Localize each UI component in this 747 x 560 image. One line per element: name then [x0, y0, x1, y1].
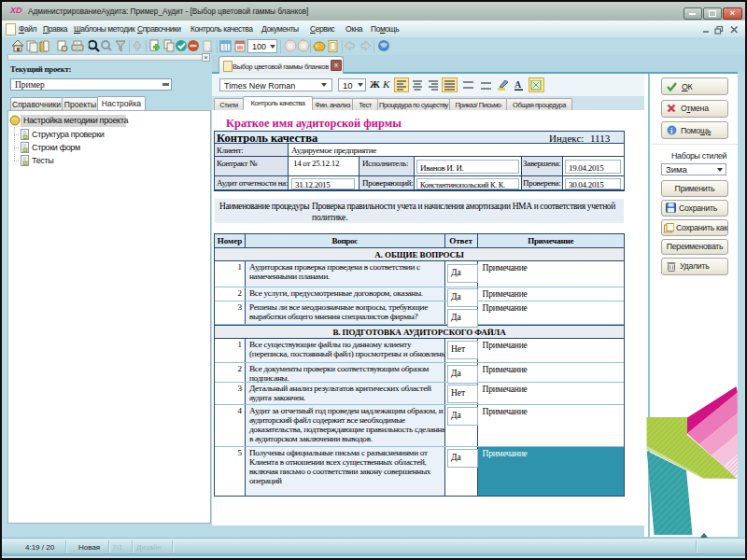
- svg-text:А: А: [514, 80, 522, 90]
